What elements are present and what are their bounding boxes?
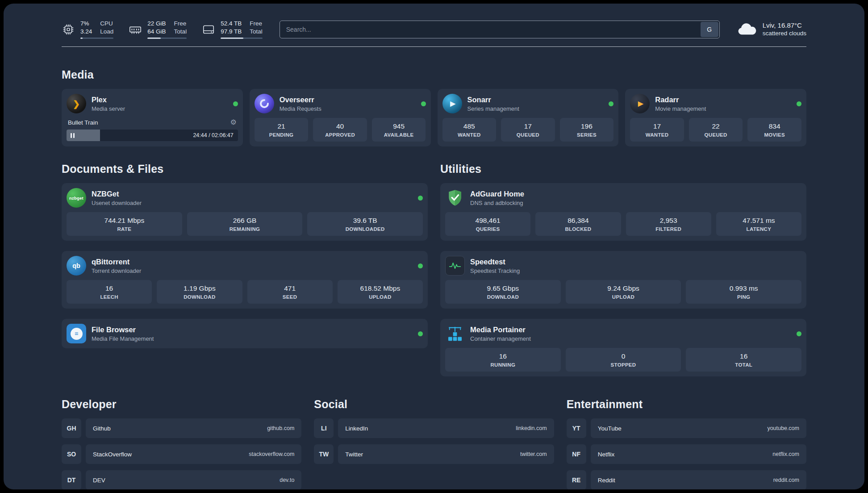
bookmark-url: dev.to [280,477,294,483]
stat-label: QUEUED [503,132,553,138]
bookmark-abbr[interactable]: GH [62,418,81,438]
bookmark-row-stackoverflow: SO StackOverflow stackoverflow.com [62,444,301,464]
bookmark-link-linkedin[interactable]: LinkedIn linkedin.com [338,418,554,438]
bookmark-abbr[interactable]: DT [62,470,81,489]
qbittorrent-icon: qb [67,256,86,276]
app-name: NZBGet [92,190,142,198]
stat-box: 498,461 QUERIES [445,212,530,236]
stat-value: 744.21 Mbps [68,217,180,225]
bookmark-row-twitter: TW Twitter twitter.com [314,444,554,464]
section-title-media: Media [62,68,806,81]
stat-label: FILTERED [628,226,709,232]
bookmark-name: DEV [93,477,105,484]
nzbget-icon: nzbget [67,188,86,208]
stat-label: TOTAL [688,362,800,368]
stat-value: 86,384 [537,217,619,225]
stat-box: 16 TOTAL [686,348,801,372]
app-subtitle: Media File Management [92,335,154,342]
filebrowser-card[interactable]: ≡ File Browser Media File Management [62,319,428,348]
bookmark-name: Twitter [345,451,363,458]
app-name: Plex [92,96,125,104]
topbar: 7% CPU 3.24 Load 22 GiB Fre [62,20,806,39]
portainer-crane-icon [445,324,465,343]
stat-box: 40 APPROVED [313,118,367,142]
stat-value: 485 [444,122,495,130]
search-engine-button[interactable]: G [701,22,718,37]
bookmark-abbr[interactable]: RE [567,470,586,489]
bookmark-link-dev[interactable]: DEV dev.to [86,470,301,489]
bookmark-name: Github [93,425,111,432]
overseerr-icon [255,94,274,113]
app-name: Speedtest [470,258,520,266]
stat-label: DOWNLOAD [159,294,240,300]
radarr-card[interactable]: ▶ Radarr Movie management 17 WANTED 22 Q… [625,89,806,146]
section-title-developer: Developer [62,398,301,411]
bookmark-abbr[interactable]: YT [567,418,586,438]
bookmark-link-stackoverflow[interactable]: StackOverflow stackoverflow.com [86,444,301,464]
status-dot [797,101,801,106]
bookmark-link-github[interactable]: Github github.com [86,418,301,438]
stat-value: 17 [503,122,553,130]
bookmark-link-youtube[interactable]: YouTube youtube.com [591,418,806,438]
bookmark-row-youtube: YT YouTube youtube.com [567,418,806,438]
bookmark-link-netflix[interactable]: Netflix netflix.com [591,444,806,464]
bookmark-link-reddit[interactable]: Reddit reddit.com [591,470,806,489]
stat-box: 618.52 Mbps UPLOAD [338,280,423,304]
search-input[interactable] [280,21,720,38]
pause-icon[interactable] [71,133,75,138]
bookmark-abbr[interactable]: LI [314,418,334,438]
qbittorrent-card[interactable]: qb qBittorrent Torrent downloader 16 LEE… [62,251,428,309]
section-title-entertainment: Entertainment [567,398,806,411]
disk-total-value: 97.9 TB [221,28,242,35]
stat-value: 16 [68,284,150,292]
system-metrics: 7% CPU 3.24 Load 22 GiB Fre [62,20,263,39]
weather-widget[interactable]: Lviv, 16.87°C scattered clouds [737,21,806,38]
utilities-section: Utilities AdGuard Home [440,163,806,376]
ram-icon [129,23,142,36]
sonarr-card[interactable]: ▶ Sonarr Series management 485 WANTED 17… [438,89,619,146]
stat-box: 744.21 Mbps RATE [67,212,182,236]
stat-box: 86,384 BLOCKED [535,212,621,236]
topbar-divider [62,46,806,47]
bookmark-row-netflix: NF Netflix netflix.com [567,444,806,464]
plex-icon: ❯ [67,94,86,113]
stat-box: 21 PENDING [255,118,309,142]
cpu-chip-icon [62,23,75,36]
gear-icon[interactable]: ⚙ [230,119,236,126]
disk-free-value: 52.4 TB [221,20,242,27]
ram-total-value: 64 GiB [147,28,166,35]
cpu-label-1: CPU [100,20,113,27]
bookmark-name: YouTube [598,425,622,432]
app-subtitle: Speedtest Tracking [470,267,520,274]
stat-box: 834 MOVIES [747,118,801,142]
ram-usage-bar [147,38,187,39]
bookmark-name: Reddit [598,477,615,484]
nzbget-card[interactable]: nzbget NZBGet Usenet downloader 744.21 M… [62,183,428,241]
stat-label: APPROVED [315,132,365,138]
stat-value: 17 [632,122,682,130]
overseerr-card[interactable]: Overseerr Media Requests 21 PENDING 40 A… [250,89,431,146]
stat-value: 40 [315,122,365,130]
stat-box: 17 WANTED [630,118,684,142]
stat-value: 9.65 Gbps [447,284,559,292]
portainer-card[interactable]: Media Portainer Container management 16 … [440,319,806,376]
stat-label: PENDING [256,132,307,138]
bookmark-abbr[interactable]: SO [62,444,81,464]
bookmark-abbr[interactable]: TW [314,444,334,464]
stat-value: 471 [249,284,331,292]
status-dot [418,263,423,268]
section-title-utilities: Utilities [440,163,806,175]
bookmark-link-twitter[interactable]: Twitter twitter.com [338,444,554,464]
filebrowser-icon: ≡ [67,324,86,343]
playback-progress-bar[interactable]: 24:44 / 02:06:47 [67,130,238,141]
stat-label: WANTED [444,132,495,138]
ram-metric: 22 GiB Free 64 GiB Total [129,20,187,39]
stat-value: 22 [691,122,741,130]
speedtest-card[interactable]: Speedtest Speedtest Tracking 9.65 Gbps D… [440,251,806,309]
plex-card[interactable]: ❯ Plex Media server Bullet Train ⚙ [62,89,243,146]
app-name: qBittorrent [92,258,141,266]
status-dot [418,196,423,201]
bookmark-abbr[interactable]: NF [567,444,586,464]
adguard-card[interactable]: AdGuard Home DNS and adblocking 498,461 … [440,183,806,241]
stat-value: 39.6 TB [309,217,421,225]
